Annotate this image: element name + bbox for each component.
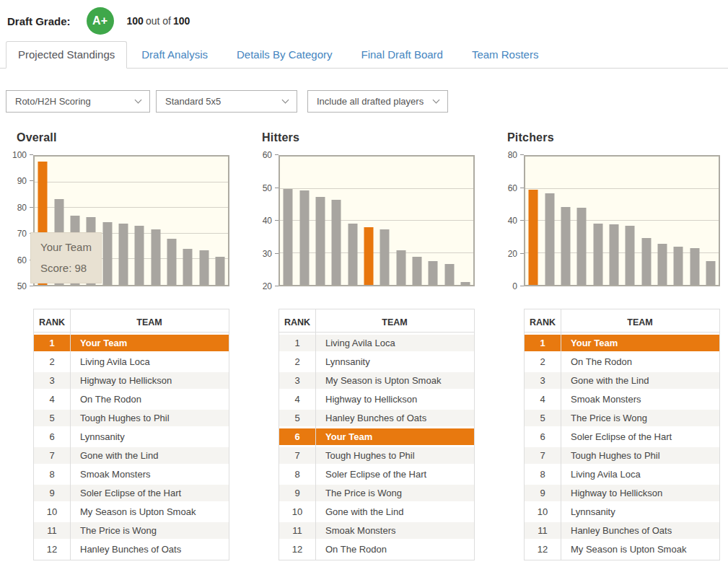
gridline: [280, 252, 473, 253]
chart-pitchers: Pitchers 020406080: [498, 131, 720, 286]
table-row: 3My Season is Upton Smoak: [279, 372, 474, 389]
team-cell: Lynnsanity: [70, 428, 229, 445]
rank-cell: 3: [34, 372, 70, 389]
score-total: 100: [173, 15, 190, 27]
chart-bar-9[interactable]: [412, 257, 421, 285]
y-tick-label: 30: [263, 250, 272, 258]
team-cell: Highway to Hellickson: [561, 485, 719, 501]
team-cell: On The Rodon: [561, 353, 719, 370]
team-cell: On The Rodon: [70, 391, 229, 408]
rank-cell: 10: [525, 503, 561, 520]
bar-your-team[interactable]: [364, 227, 373, 285]
team-cell: Hanley Bunches of Oats: [70, 541, 229, 558]
tab-projected-standings[interactable]: Projected Standings: [6, 41, 127, 69]
y-tick-label: 70: [17, 229, 27, 238]
team-cell: Your Team: [561, 335, 719, 351]
chart-bar-9[interactable]: [657, 244, 667, 285]
chart-bar-11[interactable]: [444, 264, 454, 285]
chart-bar-2[interactable]: [545, 193, 554, 285]
rank-cell: 2: [525, 353, 561, 370]
chart-bar-5[interactable]: [593, 224, 602, 285]
table-row: 8Soler Eclipse of the Hart: [279, 466, 474, 483]
chart-bar-3[interactable]: [315, 197, 325, 285]
chart-bar-4[interactable]: [332, 200, 341, 285]
rank-cell: 6: [279, 428, 315, 445]
chart-bar-1[interactable]: [284, 189, 293, 286]
rank-cell: 11: [279, 522, 315, 539]
chart-bar-11[interactable]: [199, 250, 209, 285]
rank-cell: 4: [34, 391, 70, 408]
filter-dropdown-1[interactable]: Roto/H2H Scoring: [6, 90, 150, 113]
tab-draft-analysis[interactable]: Draft Analysis: [127, 42, 222, 68]
gridline: [35, 207, 228, 208]
table-row: 8Living Avila Loca: [525, 466, 719, 483]
chart-bar-6[interactable]: [118, 224, 128, 285]
chart-bar-7[interactable]: [135, 226, 144, 285]
chart-bar-7[interactable]: [380, 229, 390, 285]
y-tick-label: 50: [17, 282, 27, 291]
y-tick-label: 60: [263, 151, 272, 159]
team-cell: Gone with the Lind: [561, 372, 719, 389]
filter-selected-value: Roto/H2H Scoring: [15, 96, 91, 107]
chart-bar-6[interactable]: [609, 224, 618, 285]
chart-bar-10[interactable]: [429, 261, 438, 285]
tab-team-rosters[interactable]: Team Rosters: [457, 42, 553, 68]
chart-bar-7[interactable]: [626, 226, 635, 285]
chart-bar-3[interactable]: [561, 207, 570, 285]
rank-cell: 11: [525, 522, 561, 539]
tab-details-by-category[interactable]: Details By Category: [222, 42, 347, 68]
rank-cell: 12: [525, 541, 561, 558]
team-cell: Soler Eclipse of the Hart: [70, 485, 229, 501]
table-row: 7Tough Hughes to Phil: [279, 447, 474, 464]
chart-bar-12[interactable]: [215, 257, 224, 285]
chart-bar-5[interactable]: [102, 222, 112, 285]
y-axis: 2030405060: [253, 155, 279, 286]
chart-bar-8[interactable]: [396, 250, 405, 285]
column-divider: [561, 309, 561, 560]
team-cell: Living Avila Loca: [315, 335, 474, 351]
score-out-of-text: out of: [146, 15, 171, 27]
plot-area: [524, 155, 720, 286]
team-cell: On The Rodon: [315, 541, 474, 558]
tooltip-team: Your Team: [40, 237, 92, 258]
chart-hitters: Hitters 2030405060: [253, 131, 475, 286]
chart-bar-10[interactable]: [183, 249, 193, 285]
chart-bar-2[interactable]: [299, 190, 309, 285]
table-row: 1Living Avila Loca: [279, 335, 474, 351]
gridline: [525, 188, 719, 189]
bar-your-team[interactable]: [529, 190, 538, 285]
column-divider: [315, 309, 316, 560]
filter-dropdown-3[interactable]: Include all drafted players: [307, 90, 448, 113]
rank-cell: 5: [525, 410, 561, 426]
y-tick-label: 50: [263, 184, 272, 193]
chart-bar-12[interactable]: [706, 261, 715, 285]
table-row: 5Hanley Bunches of Oats: [279, 410, 474, 426]
rank-cell: 3: [279, 372, 315, 389]
chart-bar-4[interactable]: [577, 208, 587, 285]
chart-bar-9[interactable]: [167, 239, 176, 285]
chart-bar-8[interactable]: [641, 238, 651, 285]
table-row: 4On The Rodon: [34, 391, 229, 408]
chart-bar-12[interactable]: [460, 282, 470, 285]
table-row: 6Soler Eclipse of the Hart: [525, 428, 719, 445]
rank-cell: 5: [279, 410, 315, 426]
chart-bar-10[interactable]: [674, 247, 683, 285]
chart-bar-5[interactable]: [348, 224, 357, 285]
table-row: 8Smoak Monsters: [34, 466, 229, 483]
table-row: 10Gone with the Lind: [279, 503, 474, 520]
chart-bar-8[interactable]: [151, 229, 160, 285]
filter-dropdown-2[interactable]: Standard 5x5: [156, 90, 297, 113]
table-row: 4Smoak Monsters: [525, 391, 719, 408]
team-cell: Living Avila Loca: [561, 466, 719, 483]
draft-results-page: Draft Grade: A+ 100out of100 Projected S…: [0, 0, 728, 572]
table-row: 5Tough Hughes to Phil: [34, 410, 229, 426]
table-row: 10Lynnsanity: [525, 503, 719, 520]
rank-cell: 10: [279, 503, 315, 520]
table-row-your-team: 1Your Team: [34, 335, 229, 351]
table-row: 12On The Rodon: [279, 541, 474, 558]
chart-bar-11[interactable]: [690, 248, 699, 285]
standings-col-pitchers: RANK TEAM 1Your Team2On The Rodon3Gone w…: [498, 309, 720, 560]
table-row: 11The Price is Wong: [34, 522, 229, 539]
chart-overall: Overall 5060708090100 Your Team Score: 9…: [7, 131, 229, 286]
tab-final-draft-board[interactable]: Final Draft Board: [347, 42, 457, 68]
